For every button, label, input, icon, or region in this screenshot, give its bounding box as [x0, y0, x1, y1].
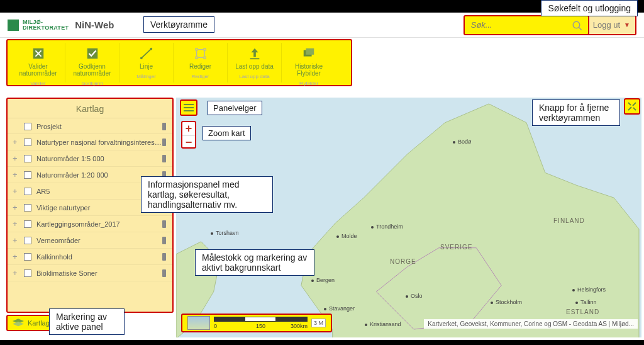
expand-icon[interactable]: + — [13, 235, 21, 245]
layer-checkbox[interactable] — [24, 253, 31, 261]
layer-checkbox[interactable] — [24, 155, 31, 162]
expand-icon[interactable]: + — [13, 154, 21, 163]
layer-checkbox[interactable] — [24, 204, 31, 212]
layer-row[interactable]: +Kartleggingsområder_2017 — [8, 216, 172, 232]
layer-checkbox[interactable] — [24, 139, 31, 146]
app-title: NiN-Web — [75, 20, 114, 30]
callout-toolbar: Verktøyramme — [143, 16, 214, 33]
toolbar-item-3[interactable]: RedigerRediger — [174, 43, 228, 82]
toolbar-item-1[interactable]: Godkjenn naturområderGodkjenn — [65, 43, 119, 82]
letterbox-bottom — [0, 340, 644, 345]
search-icon[interactable] — [572, 20, 583, 31]
validate-icon — [31, 47, 45, 60]
opacity-slider[interactable] — [146, 271, 167, 276]
expand-icon[interactable]: + — [13, 219, 21, 229]
photo-icon — [302, 47, 316, 60]
app-header: MILJØ- DIREKTORATET NiN-Web Logg ut ▼ — [0, 13, 644, 38]
expand-icon[interactable]: + — [13, 203, 21, 212]
city-label: Tallinn — [575, 299, 597, 305]
zoom-out-button[interactable]: − — [182, 136, 195, 149]
remove-toolbar-button[interactable] — [624, 98, 640, 115]
logout-label: Logg ut — [593, 20, 620, 30]
city-label: Bodø — [453, 139, 472, 145]
city-label: Helsingfors — [572, 286, 606, 293]
tool-label: Historiske Flybilder — [283, 63, 335, 77]
layer-row[interactable]: +Bioklimatiske Soner — [8, 265, 172, 281]
callout-scale: Målestokk og markering av aktivt bakgrun… — [195, 249, 314, 276]
scale-tick-0: 0 — [214, 323, 217, 329]
panel-picker-button[interactable] — [180, 99, 197, 116]
layer-label: Bioklimatiske Soner — [36, 269, 97, 277]
callout-remove-toolbar: Knapp for å fjerne verktøyrammen — [532, 99, 620, 126]
layer-label: Prosjekt — [36, 123, 62, 130]
expand-icon[interactable]: + — [13, 137, 21, 147]
tool-label: Rediger — [175, 63, 226, 70]
toolbar-item-0[interactable]: Valider naturområderValider — [11, 43, 65, 82]
layer-row[interactable]: +Naturtyper nasjonal forvaltningsinteres… — [8, 134, 172, 150]
zoom-in-button[interactable]: + — [182, 122, 195, 136]
svg-point-0 — [573, 21, 580, 28]
layer-label: Naturområder 1:5 000 — [36, 155, 104, 162]
layer-checkbox[interactable] — [24, 237, 31, 244]
opacity-slider[interactable] — [146, 238, 167, 243]
scale-zoom-readout: 3 M — [311, 319, 326, 327]
search-box[interactable] — [464, 15, 589, 35]
basemap-thumbnail[interactable] — [187, 316, 210, 330]
layer-checkbox[interactable] — [24, 188, 31, 195]
svg-point-7 — [203, 48, 206, 51]
tool-label: Last opp data — [229, 63, 280, 70]
expand-icon[interactable]: + — [13, 170, 21, 179]
layers-icon — [13, 319, 24, 327]
svg-point-6 — [195, 48, 197, 51]
opacity-slider[interactable] — [146, 156, 167, 161]
logo-text-2: DIREKTORATET — [23, 25, 69, 31]
tool-sublabel: Valider — [13, 81, 64, 86]
menu-icon — [184, 104, 194, 111]
svg-point-5 — [150, 48, 152, 50]
toolbar: Valider naturområderValiderGodkjenn natu… — [6, 39, 352, 86]
expand-icon[interactable]: + — [13, 268, 21, 278]
svg-rect-10 — [250, 58, 259, 59]
upload-icon — [248, 47, 262, 60]
city-label: Kristiansand — [365, 321, 401, 327]
toolbar-item-4[interactable]: Last opp dataLast opp data — [228, 43, 282, 82]
scale-tick-1: 150 — [256, 323, 265, 329]
scale-basemap-box: 0 150 300km 3 M — [181, 314, 332, 332]
tool-sublabel: Godkjenn — [67, 81, 118, 86]
toolbar-item-5[interactable]: Historiske FlybilderFlybilder — [282, 43, 336, 82]
city-label: Molde — [336, 233, 357, 239]
layer-row[interactable]: +Naturområder 1:5 000 — [8, 150, 172, 167]
caret-down-icon: ▼ — [624, 21, 630, 28]
expand-icon[interactable]: + — [13, 252, 21, 261]
opacity-slider[interactable] — [146, 222, 167, 227]
logo: MILJØ- DIREKTORATET — [8, 20, 69, 31]
tool-label: Linje — [121, 63, 172, 70]
opacity-slider[interactable] — [146, 140, 167, 145]
country-label: SVERIGE — [440, 244, 472, 251]
city-label: Stockholm — [491, 299, 522, 305]
layer-checkbox[interactable] — [24, 171, 31, 179]
layer-label: Verneområder — [36, 237, 80, 244]
opacity-slider[interactable] — [146, 124, 167, 129]
svg-marker-15 — [13, 322, 24, 327]
layer-checkbox[interactable] — [24, 220, 31, 228]
opacity-slider[interactable] — [146, 254, 167, 259]
logout-button[interactable]: Logg ut ▼ — [588, 15, 636, 35]
layer-label: Naturområder 1:20 000 — [36, 171, 108, 179]
layer-row[interactable]: +Kalkinnhold — [8, 249, 172, 265]
country-label: FINLAND — [553, 217, 585, 224]
layer-row[interactable]: Prosjekt — [8, 120, 172, 134]
svg-point-4 — [140, 57, 142, 60]
active-panel-label: Kartlag — [28, 319, 50, 327]
city-label: Bergen — [311, 277, 335, 283]
line-icon — [140, 47, 153, 60]
layer-checkbox[interactable] — [24, 123, 31, 130]
layers-panel-title: Kartlag — [8, 99, 172, 118]
expand-icon[interactable]: + — [13, 186, 21, 196]
layer-checkbox[interactable] — [24, 269, 31, 277]
toolbar-item-2[interactable]: LinjeMålinger — [119, 43, 174, 82]
layer-row[interactable]: +Verneområder — [8, 232, 172, 249]
country-label: ESTLAND — [566, 308, 599, 315]
search-input[interactable] — [471, 20, 569, 30]
city-label: Trondheim — [371, 223, 403, 230]
